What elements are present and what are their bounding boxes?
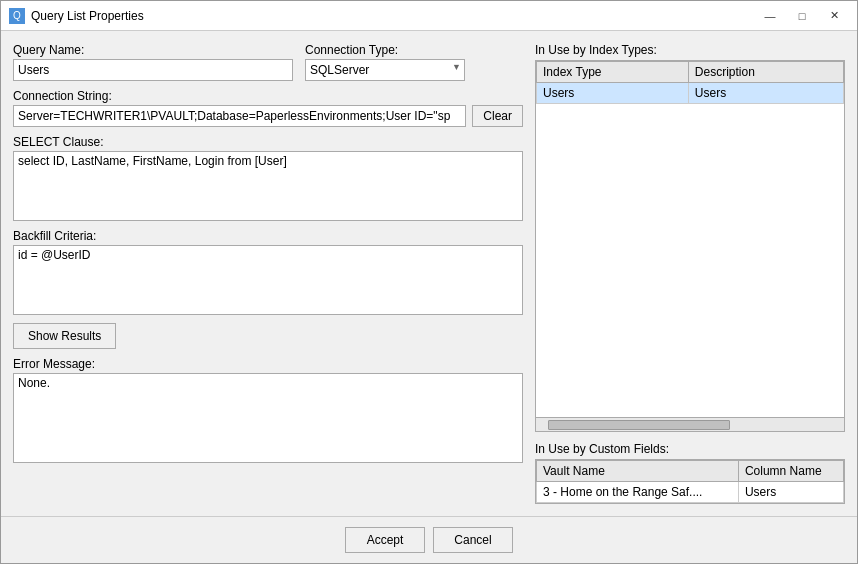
maximize-button[interactable]: □	[787, 6, 817, 26]
query-name-input[interactable]	[13, 59, 293, 81]
connection-string-row: Clear	[13, 105, 523, 127]
query-name-label: Query Name:	[13, 43, 293, 57]
description-cell: Users	[688, 83, 843, 104]
index-type-col-header: Index Type	[537, 62, 689, 83]
connection-string-input[interactable]	[13, 105, 466, 127]
column-name-cell: Users	[738, 482, 843, 503]
backfill-criteria-group: Backfill Criteria: id = @UserID	[13, 229, 523, 315]
index-types-header-row: Index Type Description	[537, 62, 844, 83]
footer: Accept Cancel	[1, 516, 857, 563]
connection-type-select[interactable]: SQLServer	[305, 59, 465, 81]
right-panel: In Use by Index Types: Index Type Descri…	[535, 43, 845, 504]
clear-button[interactable]: Clear	[472, 105, 523, 127]
vault-name-col-header: Vault Name	[537, 461, 739, 482]
hscroll-bar[interactable]	[535, 418, 845, 432]
vault-name-cell: 3 - Home on the Range Saf....	[537, 482, 739, 503]
error-message-label: Error Message:	[13, 357, 523, 371]
connection-string-group: Connection String: Clear	[13, 89, 523, 127]
custom-fields-table: Vault Name Column Name 3 - Home on the R…	[536, 460, 844, 503]
select-clause-group: SELECT Clause: select ID, LastName, Firs…	[13, 135, 523, 221]
cancel-button[interactable]: Cancel	[433, 527, 513, 553]
show-results-button[interactable]: Show Results	[13, 323, 116, 349]
table-row[interactable]: 3 - Home on the Range Saf.... Users	[537, 482, 844, 503]
query-name-group: Query Name:	[13, 43, 293, 81]
custom-fields-label: In Use by Custom Fields:	[535, 442, 845, 456]
window: Q Query List Properties — □ ✕ Query Name…	[0, 0, 858, 564]
select-clause-textarea[interactable]: select ID, LastName, FirstName, Login fr…	[13, 151, 523, 221]
main-content: Query Name: Connection Type: SQLServer C…	[1, 31, 857, 516]
query-name-row: Query Name: Connection Type: SQLServer	[13, 43, 523, 81]
error-message-textarea[interactable]: None.	[13, 373, 523, 463]
error-message-group: Error Message: None.	[13, 357, 523, 463]
index-types-label: In Use by Index Types:	[535, 43, 845, 57]
index-type-cell: Users	[537, 83, 689, 104]
title-bar-controls: — □ ✕	[755, 6, 849, 26]
custom-fields-table-container: Vault Name Column Name 3 - Home on the R…	[535, 459, 845, 504]
table-row[interactable]: Users Users	[537, 83, 844, 104]
description-col-header: Description	[688, 62, 843, 83]
column-name-col-header: Column Name	[738, 461, 843, 482]
backfill-criteria-textarea[interactable]: id = @UserID	[13, 245, 523, 315]
window-title: Query List Properties	[31, 9, 755, 23]
left-panel: Query Name: Connection Type: SQLServer C…	[13, 43, 523, 504]
connection-type-label: Connection Type:	[305, 43, 465, 57]
connection-string-label: Connection String:	[13, 89, 523, 103]
select-clause-label: SELECT Clause:	[13, 135, 523, 149]
title-bar: Q Query List Properties — □ ✕	[1, 1, 857, 31]
window-icon: Q	[9, 8, 25, 24]
connection-type-group: Connection Type: SQLServer	[305, 43, 465, 81]
close-button[interactable]: ✕	[819, 6, 849, 26]
backfill-criteria-label: Backfill Criteria:	[13, 229, 523, 243]
connection-type-select-wrapper: SQLServer	[305, 59, 465, 81]
minimize-button[interactable]: —	[755, 6, 785, 26]
hscroll-thumb	[548, 420, 730, 430]
index-types-table: Index Type Description Users Users	[536, 61, 844, 104]
index-types-table-container: Index Type Description Users Users	[535, 60, 845, 418]
custom-fields-section: In Use by Custom Fields: Vault Name Colu…	[535, 442, 845, 504]
custom-fields-header-row: Vault Name Column Name	[537, 461, 844, 482]
accept-button[interactable]: Accept	[345, 527, 425, 553]
index-types-section: In Use by Index Types: Index Type Descri…	[535, 43, 845, 432]
